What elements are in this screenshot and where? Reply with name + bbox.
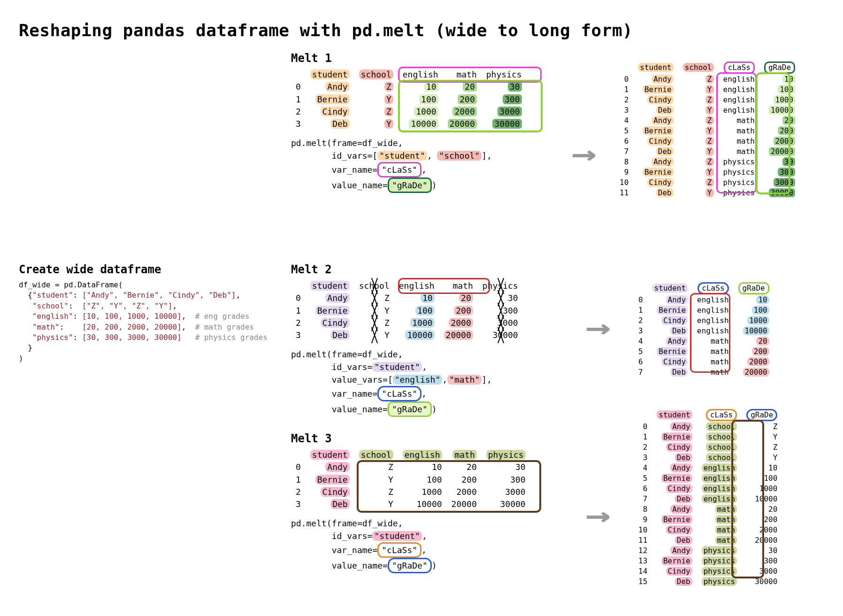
melt2-section: Melt 2 student school english math physi…: [291, 263, 554, 417]
create-heading: Create wide dataframe: [19, 263, 282, 276]
melt2-code: pd.melt(frame=df_wide, id_vars="student"…: [291, 348, 554, 417]
table-row: 3DebY100002000030000: [291, 118, 527, 130]
melt3-wide-table: student school english math physics 0And…: [291, 449, 530, 510]
create-wide-section: Create wide dataframe df_wide = pd.DataF…: [19, 263, 282, 364]
page-title: Reshaping pandas dataframe with pd.melt …: [19, 21, 633, 40]
melt3-out-table: student cLaSs gRaDe 0AndyschoolZ 1Bernie…: [634, 408, 782, 587]
melt1-output: student school cLaSs gRaDe 0AndyZenglish…: [615, 61, 803, 200]
melt2-output: student cLaSs gRaDe 0Andyenglish10 1Bern…: [634, 282, 821, 379]
melt1-out-table: student school cLaSs gRaDe 0AndyZenglish…: [615, 61, 800, 198]
melt1-heading: Melt 1: [291, 52, 554, 65]
melt1-section: Melt 1 student school english math physi…: [291, 52, 554, 193]
table-row: 2CindyZ100020003000: [291, 106, 527, 118]
melt3-section: Melt 3 student school english math physi…: [291, 432, 554, 573]
melt3-output: student cLaSs gRaDe 0AndyschoolZ 1Bernie…: [634, 408, 821, 589]
melt3-heading: Melt 3: [291, 432, 554, 445]
create-code: df_wide = pd.DataFrame( {"student": ["An…: [19, 280, 282, 364]
table-row: 1BernieY100200300: [291, 93, 527, 106]
melt2-out-table: student cLaSs gRaDe 0Andyenglish10 1Bern…: [634, 282, 774, 377]
arrow-icon: →: [571, 136, 597, 171]
melt2-wide-table: student school english math physics 0And…: [291, 280, 523, 341]
arrow-icon: →: [585, 498, 611, 532]
table-row: 0AndyZ102030: [291, 81, 527, 93]
melt1-wide-table: student school english math physics 0And…: [291, 69, 527, 130]
melt2-heading: Melt 2: [291, 263, 554, 276]
melt3-code: pd.melt(frame=df_wide, id_vars="student"…: [291, 517, 554, 573]
melt1-code: pd.melt(frame=df_wide, id_vars=["student…: [291, 137, 554, 193]
arrow-icon: →: [585, 310, 611, 345]
